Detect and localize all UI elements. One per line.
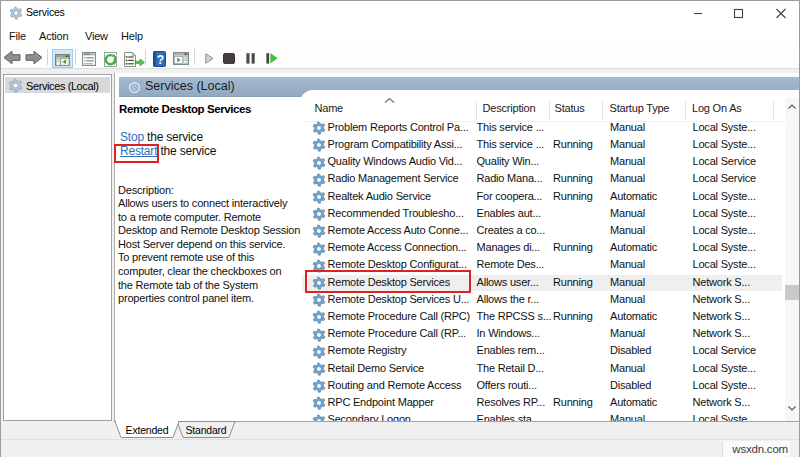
svg-text:Extended: Extended <box>126 424 169 436</box>
svg-text:Standard: Standard <box>185 424 226 436</box>
svg-text:?: ? <box>157 53 164 67</box>
